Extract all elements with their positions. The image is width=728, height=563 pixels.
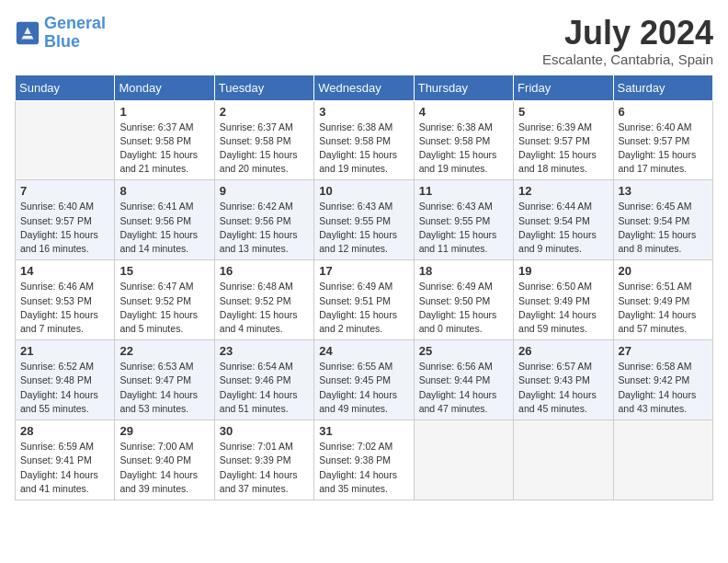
day-number: 9 xyxy=(220,184,309,198)
calendar-cell: 9Sunrise: 6:42 AMSunset: 9:56 PMDaylight… xyxy=(214,180,313,260)
day-info: Sunrise: 7:02 AMSunset: 9:38 PMDaylight:… xyxy=(319,440,408,496)
day-info: Sunrise: 6:54 AMSunset: 9:46 PMDaylight:… xyxy=(220,360,309,416)
day-info: Sunrise: 6:53 AMSunset: 9:47 PMDaylight:… xyxy=(119,360,209,416)
calendar-cell: 20Sunrise: 6:51 AMSunset: 9:49 PMDayligh… xyxy=(613,260,712,340)
day-number: 12 xyxy=(518,184,608,198)
day-info: Sunrise: 6:43 AMSunset: 9:55 PMDaylight:… xyxy=(319,200,408,256)
month-year: July 2024 xyxy=(542,15,713,52)
day-number: 29 xyxy=(119,424,209,438)
calendar-cell: 29Sunrise: 7:00 AMSunset: 9:40 PMDayligh… xyxy=(115,420,214,500)
day-info: Sunrise: 6:46 AMSunset: 9:53 PMDaylight:… xyxy=(20,280,109,336)
day-number: 2 xyxy=(220,105,309,119)
day-info: Sunrise: 6:49 AMSunset: 9:51 PMDaylight:… xyxy=(319,280,408,336)
svg-rect-2 xyxy=(21,34,33,36)
weekday-header-friday: Friday xyxy=(514,75,613,100)
weekday-header-monday: Monday xyxy=(115,75,214,100)
day-number: 24 xyxy=(319,344,408,358)
calendar-cell: 10Sunrise: 6:43 AMSunset: 9:55 PMDayligh… xyxy=(314,180,414,260)
day-info: Sunrise: 6:52 AMSunset: 9:48 PMDaylight:… xyxy=(20,360,109,416)
calendar-cell: 17Sunrise: 6:49 AMSunset: 9:51 PMDayligh… xyxy=(314,260,414,340)
calendar-cell: 6Sunrise: 6:40 AMSunset: 9:57 PMDaylight… xyxy=(613,100,712,180)
day-number: 18 xyxy=(419,264,508,278)
day-number: 1 xyxy=(119,105,209,119)
day-info: Sunrise: 6:56 AMSunset: 9:44 PMDaylight:… xyxy=(419,360,508,416)
day-number: 25 xyxy=(419,344,508,358)
day-info: Sunrise: 6:40 AMSunset: 9:57 PMDaylight:… xyxy=(20,200,109,256)
calendar-cell: 14Sunrise: 6:46 AMSunset: 9:53 PMDayligh… xyxy=(16,260,115,340)
calendar-cell: 5Sunrise: 6:39 AMSunset: 9:57 PMDaylight… xyxy=(514,100,613,180)
day-info: Sunrise: 6:44 AMSunset: 9:54 PMDaylight:… xyxy=(518,200,608,256)
day-number: 27 xyxy=(619,344,708,358)
title-block: July 2024 Escalante, Cantabria, Spain xyxy=(542,15,713,67)
day-info: Sunrise: 6:38 AMSunset: 9:58 PMDaylight:… xyxy=(419,121,508,177)
day-info: Sunrise: 7:01 AMSunset: 9:39 PMDaylight:… xyxy=(220,440,309,496)
calendar-cell: 31Sunrise: 7:02 AMSunset: 9:38 PMDayligh… xyxy=(314,420,414,500)
day-info: Sunrise: 6:47 AMSunset: 9:52 PMDaylight:… xyxy=(119,280,209,336)
calendar-cell: 11Sunrise: 6:43 AMSunset: 9:55 PMDayligh… xyxy=(414,180,513,260)
calendar-cell: 13Sunrise: 6:45 AMSunset: 9:54 PMDayligh… xyxy=(613,180,712,260)
day-info: Sunrise: 6:48 AMSunset: 9:52 PMDaylight:… xyxy=(220,280,309,336)
calendar-cell: 3Sunrise: 6:38 AMSunset: 9:58 PMDaylight… xyxy=(314,100,414,180)
day-number: 16 xyxy=(220,264,309,278)
day-number: 20 xyxy=(619,264,708,278)
day-number: 22 xyxy=(119,344,209,358)
weekday-header-wednesday: Wednesday xyxy=(314,75,414,100)
weekday-header-thursday: Thursday xyxy=(414,75,513,100)
calendar-cell: 24Sunrise: 6:55 AMSunset: 9:45 PMDayligh… xyxy=(314,340,414,420)
day-info: Sunrise: 6:41 AMSunset: 9:56 PMDaylight:… xyxy=(119,200,209,256)
day-number: 30 xyxy=(220,424,309,438)
calendar-cell xyxy=(613,420,712,500)
calendar-cell: 30Sunrise: 7:01 AMSunset: 9:39 PMDayligh… xyxy=(214,420,313,500)
day-number: 11 xyxy=(419,184,508,198)
day-info: Sunrise: 6:42 AMSunset: 9:56 PMDaylight:… xyxy=(220,200,309,256)
day-number: 13 xyxy=(619,184,708,198)
day-info: Sunrise: 6:37 AMSunset: 9:58 PMDaylight:… xyxy=(119,121,209,177)
calendar-week-row: 14Sunrise: 6:46 AMSunset: 9:53 PMDayligh… xyxy=(16,260,713,340)
calendar-cell: 26Sunrise: 6:57 AMSunset: 9:43 PMDayligh… xyxy=(514,340,613,420)
day-number: 10 xyxy=(319,184,408,198)
calendar-cell: 19Sunrise: 6:50 AMSunset: 9:49 PMDayligh… xyxy=(514,260,613,340)
weekday-header-tuesday: Tuesday xyxy=(214,75,313,100)
day-info: Sunrise: 6:39 AMSunset: 9:57 PMDaylight:… xyxy=(518,121,608,177)
day-info: Sunrise: 6:55 AMSunset: 9:45 PMDaylight:… xyxy=(319,360,408,416)
day-number: 19 xyxy=(518,264,608,278)
day-info: Sunrise: 6:40 AMSunset: 9:57 PMDaylight:… xyxy=(619,121,708,177)
day-number: 4 xyxy=(419,105,508,119)
day-number: 28 xyxy=(20,424,109,438)
day-info: Sunrise: 6:38 AMSunset: 9:58 PMDaylight:… xyxy=(319,121,408,177)
day-info: Sunrise: 6:49 AMSunset: 9:50 PMDaylight:… xyxy=(419,280,508,336)
calendar-cell: 25Sunrise: 6:56 AMSunset: 9:44 PMDayligh… xyxy=(414,340,513,420)
day-info: Sunrise: 6:58 AMSunset: 9:42 PMDaylight:… xyxy=(619,360,708,416)
calendar-cell: 1Sunrise: 6:37 AMSunset: 9:58 PMDaylight… xyxy=(115,100,214,180)
day-number: 8 xyxy=(119,184,209,198)
calendar-cell: 16Sunrise: 6:48 AMSunset: 9:52 PMDayligh… xyxy=(214,260,313,340)
day-info: Sunrise: 6:51 AMSunset: 9:49 PMDaylight:… xyxy=(619,280,708,336)
day-number: 5 xyxy=(518,105,608,119)
weekday-header-sunday: Sunday xyxy=(16,75,115,100)
calendar-cell: 21Sunrise: 6:52 AMSunset: 9:48 PMDayligh… xyxy=(16,340,115,420)
day-number: 26 xyxy=(518,344,608,358)
day-number: 7 xyxy=(20,184,109,198)
calendar-cell: 8Sunrise: 6:41 AMSunset: 9:56 PMDaylight… xyxy=(115,180,214,260)
calendar-week-row: 28Sunrise: 6:59 AMSunset: 9:41 PMDayligh… xyxy=(16,420,713,500)
weekday-header-saturday: Saturday xyxy=(613,75,712,100)
calendar-cell: 28Sunrise: 6:59 AMSunset: 9:41 PMDayligh… xyxy=(16,420,115,500)
day-info: Sunrise: 6:59 AMSunset: 9:41 PMDaylight:… xyxy=(20,440,109,496)
calendar-cell: 12Sunrise: 6:44 AMSunset: 9:54 PMDayligh… xyxy=(514,180,613,260)
day-number: 6 xyxy=(619,105,708,119)
calendar-cell: 15Sunrise: 6:47 AMSunset: 9:52 PMDayligh… xyxy=(115,260,214,340)
calendar-week-row: 1Sunrise: 6:37 AMSunset: 9:58 PMDaylight… xyxy=(16,100,713,180)
calendar: SundayMondayTuesdayWednesdayThursdayFrid… xyxy=(15,75,713,500)
day-number: 3 xyxy=(319,105,408,119)
day-number: 21 xyxy=(20,344,109,358)
calendar-cell xyxy=(414,420,513,500)
day-info: Sunrise: 6:50 AMSunset: 9:49 PMDaylight:… xyxy=(518,280,608,336)
calendar-cell: 18Sunrise: 6:49 AMSunset: 9:50 PMDayligh… xyxy=(414,260,513,340)
page-header: General Blue July 2024 Escalante, Cantab… xyxy=(15,15,713,67)
day-info: Sunrise: 6:37 AMSunset: 9:58 PMDaylight:… xyxy=(220,121,309,177)
day-number: 14 xyxy=(20,264,109,278)
calendar-cell: 23Sunrise: 6:54 AMSunset: 9:46 PMDayligh… xyxy=(214,340,313,420)
calendar-week-row: 7Sunrise: 6:40 AMSunset: 9:57 PMDaylight… xyxy=(16,180,713,260)
calendar-week-row: 21Sunrise: 6:52 AMSunset: 9:48 PMDayligh… xyxy=(16,340,713,420)
day-info: Sunrise: 6:57 AMSunset: 9:43 PMDaylight:… xyxy=(518,360,608,416)
